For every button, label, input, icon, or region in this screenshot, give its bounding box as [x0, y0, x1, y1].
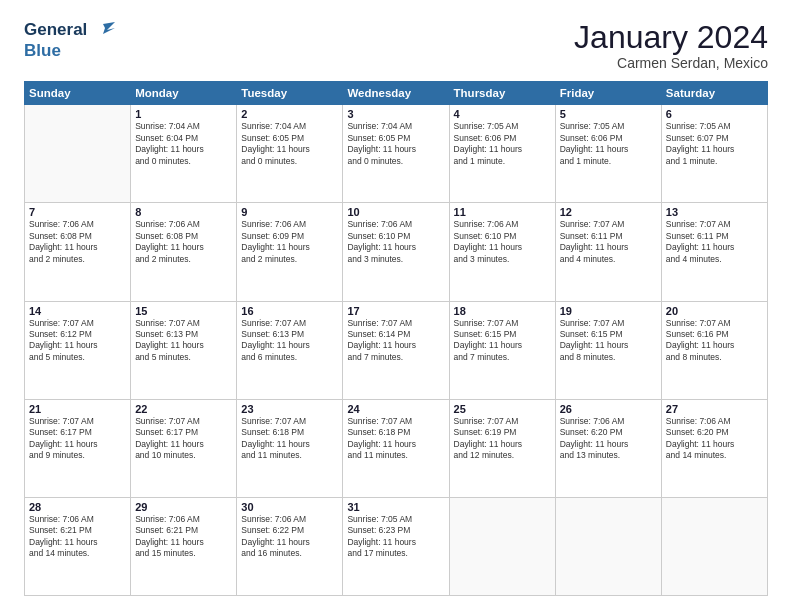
day-number: 23 — [241, 403, 338, 415]
day-number: 11 — [454, 206, 551, 218]
table-row — [25, 105, 131, 203]
calendar-week-row: 14Sunrise: 7:07 AM Sunset: 6:12 PM Dayli… — [25, 301, 768, 399]
day-number: 12 — [560, 206, 657, 218]
table-row: 16Sunrise: 7:07 AM Sunset: 6:13 PM Dayli… — [237, 301, 343, 399]
day-number: 9 — [241, 206, 338, 218]
table-row: 11Sunrise: 7:06 AM Sunset: 6:10 PM Dayli… — [449, 203, 555, 301]
day-number: 22 — [135, 403, 232, 415]
table-row: 2Sunrise: 7:04 AM Sunset: 6:05 PM Daylig… — [237, 105, 343, 203]
month-title: January 2024 — [574, 20, 768, 55]
calendar-week-row: 1Sunrise: 7:04 AM Sunset: 6:04 PM Daylig… — [25, 105, 768, 203]
table-row: 22Sunrise: 7:07 AM Sunset: 6:17 PM Dayli… — [131, 399, 237, 497]
table-row: 21Sunrise: 7:07 AM Sunset: 6:17 PM Dayli… — [25, 399, 131, 497]
table-row: 13Sunrise: 7:07 AM Sunset: 6:11 PM Dayli… — [661, 203, 767, 301]
col-saturday: Saturday — [661, 82, 767, 105]
day-number: 26 — [560, 403, 657, 415]
day-number: 4 — [454, 108, 551, 120]
day-number: 18 — [454, 305, 551, 317]
day-number: 6 — [666, 108, 763, 120]
calendar-week-row: 28Sunrise: 7:06 AM Sunset: 6:21 PM Dayli… — [25, 497, 768, 595]
day-number: 2 — [241, 108, 338, 120]
day-number: 15 — [135, 305, 232, 317]
day-info: Sunrise: 7:07 AM Sunset: 6:19 PM Dayligh… — [454, 416, 551, 462]
day-info: Sunrise: 7:06 AM Sunset: 6:10 PM Dayligh… — [454, 219, 551, 265]
table-row: 24Sunrise: 7:07 AM Sunset: 6:18 PM Dayli… — [343, 399, 449, 497]
day-info: Sunrise: 7:07 AM Sunset: 6:14 PM Dayligh… — [347, 318, 444, 364]
col-tuesday: Tuesday — [237, 82, 343, 105]
table-row: 23Sunrise: 7:07 AM Sunset: 6:18 PM Dayli… — [237, 399, 343, 497]
day-info: Sunrise: 7:06 AM Sunset: 6:08 PM Dayligh… — [29, 219, 126, 265]
logo-bird-icon — [93, 20, 115, 42]
calendar-week-row: 21Sunrise: 7:07 AM Sunset: 6:17 PM Dayli… — [25, 399, 768, 497]
table-row: 5Sunrise: 7:05 AM Sunset: 6:06 PM Daylig… — [555, 105, 661, 203]
table-row: 20Sunrise: 7:07 AM Sunset: 6:16 PM Dayli… — [661, 301, 767, 399]
day-info: Sunrise: 7:07 AM Sunset: 6:18 PM Dayligh… — [241, 416, 338, 462]
day-number: 7 — [29, 206, 126, 218]
day-info: Sunrise: 7:04 AM Sunset: 6:05 PM Dayligh… — [241, 121, 338, 167]
day-number: 25 — [454, 403, 551, 415]
day-info: Sunrise: 7:06 AM Sunset: 6:21 PM Dayligh… — [29, 514, 126, 560]
logo: General Blue — [24, 20, 115, 61]
table-row: 27Sunrise: 7:06 AM Sunset: 6:20 PM Dayli… — [661, 399, 767, 497]
table-row: 25Sunrise: 7:07 AM Sunset: 6:19 PM Dayli… — [449, 399, 555, 497]
day-info: Sunrise: 7:07 AM Sunset: 6:16 PM Dayligh… — [666, 318, 763, 364]
table-row: 7Sunrise: 7:06 AM Sunset: 6:08 PM Daylig… — [25, 203, 131, 301]
day-info: Sunrise: 7:06 AM Sunset: 6:08 PM Dayligh… — [135, 219, 232, 265]
table-row: 15Sunrise: 7:07 AM Sunset: 6:13 PM Dayli… — [131, 301, 237, 399]
day-info: Sunrise: 7:07 AM Sunset: 6:11 PM Dayligh… — [560, 219, 657, 265]
day-info: Sunrise: 7:07 AM Sunset: 6:17 PM Dayligh… — [135, 416, 232, 462]
day-info: Sunrise: 7:05 AM Sunset: 6:06 PM Dayligh… — [560, 121, 657, 167]
table-row: 30Sunrise: 7:06 AM Sunset: 6:22 PM Dayli… — [237, 497, 343, 595]
day-number: 27 — [666, 403, 763, 415]
table-row: 10Sunrise: 7:06 AM Sunset: 6:10 PM Dayli… — [343, 203, 449, 301]
day-info: Sunrise: 7:04 AM Sunset: 6:05 PM Dayligh… — [347, 121, 444, 167]
table-row — [449, 497, 555, 595]
day-number: 8 — [135, 206, 232, 218]
day-info: Sunrise: 7:07 AM Sunset: 6:13 PM Dayligh… — [241, 318, 338, 364]
table-row: 18Sunrise: 7:07 AM Sunset: 6:15 PM Dayli… — [449, 301, 555, 399]
day-number: 13 — [666, 206, 763, 218]
day-info: Sunrise: 7:07 AM Sunset: 6:18 PM Dayligh… — [347, 416, 444, 462]
location-subtitle: Carmen Serdan, Mexico — [574, 55, 768, 71]
day-number: 3 — [347, 108, 444, 120]
logo-general: General — [24, 20, 87, 39]
table-row: 4Sunrise: 7:05 AM Sunset: 6:06 PM Daylig… — [449, 105, 555, 203]
day-info: Sunrise: 7:06 AM Sunset: 6:21 PM Dayligh… — [135, 514, 232, 560]
table-row: 31Sunrise: 7:05 AM Sunset: 6:23 PM Dayli… — [343, 497, 449, 595]
table-row: 9Sunrise: 7:06 AM Sunset: 6:09 PM Daylig… — [237, 203, 343, 301]
table-row: 12Sunrise: 7:07 AM Sunset: 6:11 PM Dayli… — [555, 203, 661, 301]
day-number: 24 — [347, 403, 444, 415]
day-number: 5 — [560, 108, 657, 120]
day-number: 30 — [241, 501, 338, 513]
day-number: 31 — [347, 501, 444, 513]
col-monday: Monday — [131, 82, 237, 105]
day-number: 21 — [29, 403, 126, 415]
table-row: 8Sunrise: 7:06 AM Sunset: 6:08 PM Daylig… — [131, 203, 237, 301]
table-row: 14Sunrise: 7:07 AM Sunset: 6:12 PM Dayli… — [25, 301, 131, 399]
page-header: General Blue January 2024 Carmen Serdan,… — [24, 20, 768, 71]
day-info: Sunrise: 7:05 AM Sunset: 6:06 PM Dayligh… — [454, 121, 551, 167]
day-info: Sunrise: 7:06 AM Sunset: 6:22 PM Dayligh… — [241, 514, 338, 560]
day-number: 28 — [29, 501, 126, 513]
day-number: 10 — [347, 206, 444, 218]
day-number: 20 — [666, 305, 763, 317]
table-row: 3Sunrise: 7:04 AM Sunset: 6:05 PM Daylig… — [343, 105, 449, 203]
day-info: Sunrise: 7:07 AM Sunset: 6:13 PM Dayligh… — [135, 318, 232, 364]
table-row: 29Sunrise: 7:06 AM Sunset: 6:21 PM Dayli… — [131, 497, 237, 595]
day-info: Sunrise: 7:05 AM Sunset: 6:07 PM Dayligh… — [666, 121, 763, 167]
day-number: 17 — [347, 305, 444, 317]
title-area: January 2024 Carmen Serdan, Mexico — [574, 20, 768, 71]
day-number: 16 — [241, 305, 338, 317]
day-number: 1 — [135, 108, 232, 120]
table-row: 17Sunrise: 7:07 AM Sunset: 6:14 PM Dayli… — [343, 301, 449, 399]
table-row: 28Sunrise: 7:06 AM Sunset: 6:21 PM Dayli… — [25, 497, 131, 595]
col-sunday: Sunday — [25, 82, 131, 105]
day-number: 14 — [29, 305, 126, 317]
col-wednesday: Wednesday — [343, 82, 449, 105]
day-info: Sunrise: 7:06 AM Sunset: 6:20 PM Dayligh… — [560, 416, 657, 462]
day-info: Sunrise: 7:07 AM Sunset: 6:15 PM Dayligh… — [560, 318, 657, 364]
table-row: 26Sunrise: 7:06 AM Sunset: 6:20 PM Dayli… — [555, 399, 661, 497]
table-row: 19Sunrise: 7:07 AM Sunset: 6:15 PM Dayli… — [555, 301, 661, 399]
calendar-header-row: Sunday Monday Tuesday Wednesday Thursday… — [25, 82, 768, 105]
table-row: 1Sunrise: 7:04 AM Sunset: 6:04 PM Daylig… — [131, 105, 237, 203]
